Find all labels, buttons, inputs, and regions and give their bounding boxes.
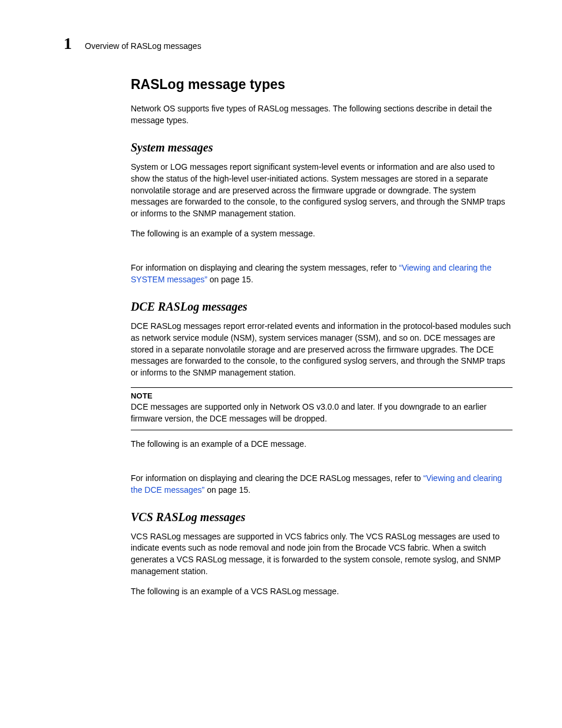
system-p3-pre: For information on displaying and cleari… xyxy=(131,263,399,272)
page: 1 Overview of RASLog messages RASLog mes… xyxy=(0,0,562,728)
vcs-heading: VCS RASLog messages xyxy=(131,510,513,524)
note-text: DCE messages are supported only in Netwo… xyxy=(131,401,513,425)
content-area: RASLog message types Network OS supports… xyxy=(131,77,513,606)
system-p3: For information on displaying and cleari… xyxy=(131,262,513,286)
section-title: RASLog message types xyxy=(131,77,513,93)
system-p3-post: on page 15. xyxy=(207,275,253,284)
spacer xyxy=(131,248,513,262)
dce-heading: DCE RASLog messages xyxy=(131,300,513,314)
system-p1: System or LOG messages report significan… xyxy=(131,162,513,220)
dce-p3-post: on page 15. xyxy=(204,485,250,495)
vcs-p2: The following is an example of a VCS RAS… xyxy=(131,586,513,598)
vcs-p1: VCS RASLog messages are supported in VCS… xyxy=(131,531,513,578)
page-header: 1 Overview of RASLog messages xyxy=(64,35,524,52)
note-label: NOTE xyxy=(131,391,513,400)
section-intro: Network OS supports five types of RASLog… xyxy=(131,103,513,127)
system-p2: The following is an example of a system … xyxy=(131,228,513,240)
dce-p1: DCE RASLog messages report error-related… xyxy=(131,321,513,379)
dce-p2: The following is an example of a DCE mes… xyxy=(131,439,513,450)
system-heading: System messages xyxy=(131,141,513,154)
note-block: NOTE DCE messages are supported only in … xyxy=(131,387,513,430)
running-title: Overview of RASLog messages xyxy=(85,41,201,51)
chapter-number: 1 xyxy=(64,35,72,52)
dce-p3-pre: For information on displaying and cleari… xyxy=(131,473,423,483)
dce-p3: For information on displaying and cleari… xyxy=(131,473,513,496)
spacer xyxy=(131,459,513,473)
